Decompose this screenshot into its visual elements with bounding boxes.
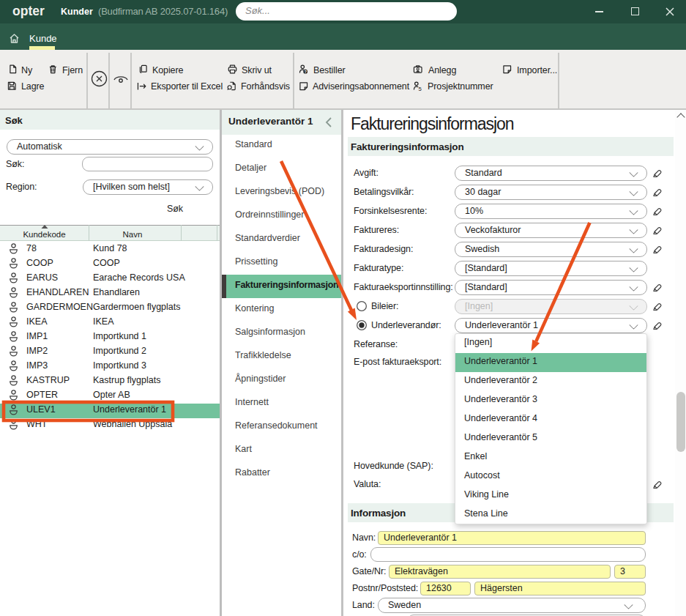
- svg-text:5: 5: [418, 86, 421, 91]
- svg-text:?: ?: [304, 70, 307, 74]
